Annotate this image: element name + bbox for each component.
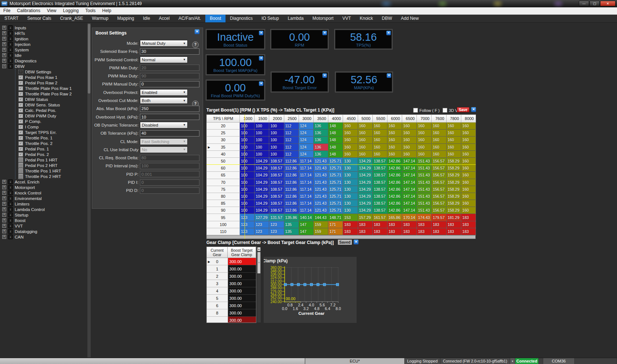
- table-cell[interactable]: 153: [343, 214, 358, 221]
- table-cell[interactable]: 100: [269, 136, 284, 143]
- table-cell[interactable]: 134.29: [358, 179, 372, 186]
- sidebar-item-lambda-control[interactable]: +↓Lambda Control: [0, 207, 86, 212]
- table-cell[interactable]: 148: [328, 143, 343, 150]
- tree-scrollbar-thumb[interactable]: [88, 24, 90, 94]
- table-cell[interactable]: 121.43: [313, 186, 328, 193]
- table-cell[interactable]: 183: [432, 221, 446, 228]
- table-cell[interactable]: 183: [461, 214, 476, 221]
- table-cell[interactable]: 160: [461, 150, 476, 157]
- table-cell[interactable]: 112.86: [284, 157, 299, 164]
- table-cell[interactable]: 147.14: [402, 200, 417, 207]
- table-cell[interactable]: 148: [328, 136, 343, 143]
- maximize-button[interactable]: ▢: [589, 1, 600, 6]
- sidebar-item-calc-pedal-pos[interactable]: ✓Calc. Pedal Pos.: [15, 108, 86, 113]
- table-cell[interactable]: 100: [240, 186, 255, 193]
- expand-icon[interactable]: +: [2, 213, 6, 217]
- table-cell[interactable]: 104.29: [255, 193, 269, 200]
- tab-start[interactable]: START: [0, 15, 23, 22]
- gear-cell[interactable]: 2: [207, 273, 228, 280]
- table-cell[interactable]: 160: [461, 123, 476, 130]
- table-cell[interactable]: 147.14: [402, 207, 417, 214]
- table-cell[interactable]: 121.43: [313, 179, 328, 186]
- table-cell[interactable]: 183: [343, 221, 358, 228]
- table-cell[interactable]: 160: [417, 143, 432, 150]
- table-cell[interactable]: 158.29: [446, 157, 461, 164]
- table-cell[interactable]: 125.71: [328, 172, 343, 179]
- table-cell[interactable]: 157.29: [358, 214, 372, 221]
- table-cell[interactable]: 183: [402, 228, 417, 235]
- table-cell[interactable]: 130: [343, 186, 358, 193]
- table-cell[interactable]: 100: [255, 143, 269, 150]
- table-cell[interactable]: 151.43: [417, 165, 432, 172]
- table-cell[interactable]: 135: [284, 228, 299, 235]
- table-cell[interactable]: 100: [269, 143, 284, 150]
- table-cell[interactable]: 100: [240, 143, 255, 150]
- table-cell[interactable]: 165.86: [387, 214, 402, 221]
- chart-point[interactable]: [284, 283, 287, 286]
- table-cell[interactable]: 147: [299, 221, 313, 228]
- table-cell[interactable]: 156.57: [432, 172, 446, 179]
- clamp-value-cell[interactable]: 300.00: [228, 265, 256, 273]
- table-cell[interactable]: 130: [343, 157, 358, 164]
- table-cell[interactable]: 117.14: [299, 200, 313, 207]
- table-cell[interactable]: 151.43: [417, 207, 432, 214]
- table-cell[interactable]: 121.43: [313, 193, 328, 200]
- table-cell[interactable]: 160: [402, 143, 417, 150]
- table-cell[interactable]: 160: [372, 123, 387, 130]
- table-cell[interactable]: 108.57: [269, 179, 284, 186]
- table-cell[interactable]: 142.86: [387, 165, 402, 172]
- table-cell[interactable]: 160: [402, 136, 417, 143]
- table-cell[interactable]: 100: [255, 130, 269, 136]
- sidebar-item-pedal-pos-2-hrt[interactable]: Pedal Pos 2 HRT: [15, 163, 86, 168]
- gear-cell[interactable]: 0▶: [207, 258, 228, 265]
- input-ob-tolerance-kpa[interactable]: [140, 130, 199, 136]
- close-icon[interactable]: ✕: [354, 240, 358, 244]
- table-cell[interactable]: 183: [358, 228, 372, 235]
- table-cell[interactable]: 158.29: [446, 179, 461, 186]
- sidebar-item-inputs[interactable]: +↓Inputs: [0, 25, 86, 30]
- table-cell[interactable]: 151.43: [417, 157, 432, 164]
- table-cell[interactable]: 130: [343, 165, 358, 172]
- table-cell[interactable]: 160: [343, 143, 358, 150]
- tab-crank-ase[interactable]: Crank_ASE: [56, 15, 88, 22]
- expand-icon[interactable]: +: [2, 180, 6, 184]
- table-cell[interactable]: 160: [461, 207, 476, 214]
- table-cell[interactable]: 124: [299, 150, 313, 157]
- table-cell[interactable]: 160: [387, 136, 402, 143]
- table-cell[interactable]: 123: [240, 214, 255, 221]
- table-cell[interactable]: 147.14: [402, 172, 417, 179]
- table-cell[interactable]: 112.86: [284, 207, 299, 214]
- table-cell[interactable]: 171: [328, 228, 343, 235]
- table-cell[interactable]: 183: [417, 228, 432, 235]
- table-cell[interactable]: 151.43: [417, 200, 432, 207]
- sidebar-item-motorsport[interactable]: +↓Motorsport: [0, 185, 86, 190]
- clamp-value-cell[interactable]: 300.00: [228, 287, 256, 295]
- checkbox-icon[interactable]: [443, 108, 447, 113]
- table-cell[interactable]: 125.71: [328, 193, 343, 200]
- table-cell[interactable]: 130: [343, 200, 358, 207]
- table-cell[interactable]: 138.57: [372, 186, 387, 193]
- table-cell[interactable]: 179.57: [432, 214, 446, 221]
- table-cell[interactable]: 156.57: [432, 207, 446, 214]
- table-cell[interactable]: 117.14: [299, 172, 313, 179]
- connection-dropdown-icon[interactable]: ▾: [510, 358, 515, 364]
- sidebar-item-dbw-pwm-duty[interactable]: ✓DBW PWM Duty: [15, 113, 86, 119]
- table-cell[interactable]: 117.14: [299, 157, 313, 164]
- table-cell[interactable]: 183: [446, 221, 461, 228]
- menu-view[interactable]: View: [44, 7, 60, 14]
- table-cell[interactable]: 160: [402, 123, 417, 130]
- table-cell[interactable]: 121.43: [313, 200, 328, 207]
- table-cell[interactable]: 138.57: [372, 172, 387, 179]
- table-cell[interactable]: 158.29: [446, 186, 461, 193]
- expand-icon[interactable]: +: [2, 26, 6, 30]
- table-cell[interactable]: 108.57: [269, 200, 284, 207]
- table-cell[interactable]: 135: [284, 221, 299, 228]
- chart-point[interactable]: [304, 283, 306, 286]
- sidebar-item-i-comp[interactable]: ✓I Comp: [15, 124, 86, 130]
- scroll-up-icon[interactable]: ▲: [257, 247, 260, 251]
- sidebar-item-injection[interactable]: +↓Injection: [0, 41, 86, 47]
- table-cell[interactable]: 183: [343, 228, 358, 235]
- tab-add-new[interactable]: Add New: [397, 15, 423, 22]
- sidebar-item-startup[interactable]: +↓Startup: [0, 212, 86, 218]
- sidebar-item-idle[interactable]: +↓Idle: [0, 52, 86, 58]
